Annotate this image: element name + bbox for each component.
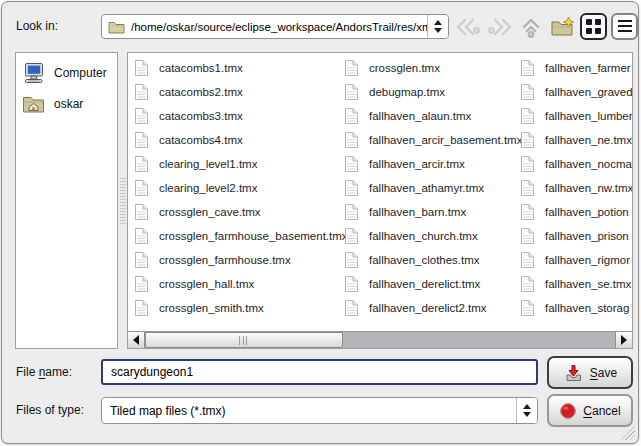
- file-icon: [344, 83, 359, 101]
- file-icon: [134, 155, 149, 173]
- file-item[interactable]: fallhaven_arcir.tmx: [344, 152, 520, 176]
- list-view-icon: [618, 20, 632, 33]
- file-item[interactable]: crossglen_smith.tmx: [134, 296, 342, 320]
- file-item[interactable]: debugmap.tmx: [344, 80, 520, 104]
- file-icon: [520, 299, 535, 317]
- file-item[interactable]: catacombs1.tmx: [134, 56, 342, 80]
- file-icon: [134, 83, 149, 101]
- file-icon: [520, 203, 535, 221]
- file-item[interactable]: fallhaven_derelict.tmx: [344, 272, 520, 296]
- file-item[interactable]: fallhaven_se.tmx: [520, 272, 633, 296]
- file-name-input[interactable]: [111, 365, 536, 379]
- look-in-label: Look in:: [16, 14, 58, 39]
- scrollbar-track[interactable]: [343, 332, 615, 348]
- file-name-label: crossglen_farmhouse.tmx: [159, 254, 291, 266]
- file-save-dialog: Look in: /home/oskar/source/eclipse_work…: [1, 1, 639, 444]
- look-in-combobox[interactable]: /home/oskar/source/eclipse_workspace/And…: [101, 14, 449, 39]
- look-in-path: /home/oskar/source/eclipse_workspace/And…: [131, 21, 427, 33]
- file-name-label-caption: File name:: [16, 359, 72, 385]
- scrollbar-thumb[interactable]: [145, 332, 343, 348]
- file-name-label: fallhaven_storag: [545, 302, 629, 314]
- scroll-right-icon: [621, 335, 627, 345]
- pane-splitter[interactable]: [118, 52, 127, 349]
- save-button[interactable]: Save: [547, 356, 633, 389]
- sidebar-item-label: Computer: [54, 66, 107, 80]
- file-item[interactable]: fallhaven_ne.tmx: [520, 128, 633, 152]
- file-icon: [344, 107, 359, 125]
- file-icon: [134, 203, 149, 221]
- file-type-value: Tiled map files (*.tmx): [110, 404, 516, 418]
- file-icon: [344, 59, 359, 77]
- file-item[interactable]: fallhaven_arcir_basement.tmx: [344, 128, 520, 152]
- file-icon: [134, 131, 149, 149]
- sidebar-item-oskar[interactable]: oskar: [16, 88, 117, 119]
- cancel-button[interactable]: Cancel: [547, 394, 633, 427]
- file-icon: [520, 155, 535, 173]
- file-name-label: fallhaven_ne.tmx: [545, 134, 632, 146]
- file-item[interactable]: fallhaven_lumber: [520, 104, 633, 128]
- file-item[interactable]: fallhaven_potion: [520, 200, 633, 224]
- new-folder-icon: [550, 16, 575, 38]
- save-button-label: Save: [590, 366, 617, 380]
- forward-button[interactable]: [485, 15, 514, 39]
- file-item[interactable]: crossglen_hall.tmx: [134, 272, 342, 296]
- sidebar-item-computer[interactable]: Computer: [16, 57, 117, 88]
- back-icon: [455, 16, 481, 38]
- file-name-label: fallhaven_church.tmx: [369, 230, 478, 242]
- file-icon: [344, 179, 359, 197]
- cancel-icon: [559, 402, 577, 420]
- file-item[interactable]: fallhaven_prison: [520, 224, 633, 248]
- file-name-label: catacombs4.tmx: [159, 134, 243, 146]
- file-icon: [520, 131, 535, 149]
- file-name-label: fallhaven_arcir.tmx: [369, 158, 465, 170]
- file-item[interactable]: catacombs2.tmx: [134, 80, 342, 104]
- back-button[interactable]: [453, 15, 482, 39]
- file-item[interactable]: fallhaven_storag: [520, 296, 633, 320]
- file-icon: [520, 275, 535, 293]
- file-item[interactable]: fallhaven_nocma: [520, 152, 633, 176]
- up-level-button[interactable]: [517, 14, 545, 40]
- file-item[interactable]: clearing_level2.tmx: [134, 176, 342, 200]
- file-name-label: fallhaven_derelict2.tmx: [369, 302, 487, 314]
- file-name-label: debugmap.tmx: [369, 86, 445, 98]
- file-item[interactable]: clearing_level1.tmx: [134, 152, 342, 176]
- scroll-right-button[interactable]: [615, 332, 632, 348]
- file-name-label: fallhaven_potion: [545, 206, 629, 218]
- grid-view-toggle[interactable]: [580, 13, 607, 40]
- sidebar-item-label: oskar: [54, 97, 83, 111]
- file-name-label: fallhaven_prison: [545, 230, 629, 242]
- file-item[interactable]: fallhaven_graved: [520, 80, 633, 104]
- file-item[interactable]: fallhaven_alaun.tmx: [344, 104, 520, 128]
- file-icon: [134, 59, 149, 77]
- file-type-combobox[interactable]: Tiled map files (*.tmx): [101, 397, 538, 424]
- file-item[interactable]: crossglen_farmhouse.tmx: [134, 248, 342, 272]
- file-item[interactable]: crossglen_farmhouse_basement.tmx: [134, 224, 342, 248]
- file-item[interactable]: fallhaven_nw.tmx: [520, 176, 633, 200]
- file-item[interactable]: crossglen.tmx: [344, 56, 520, 80]
- scroll-left-button[interactable]: [128, 332, 145, 348]
- save-icon: [563, 364, 584, 382]
- file-item[interactable]: fallhaven_clothes.tmx: [344, 248, 520, 272]
- file-name-label: crossglen_smith.tmx: [159, 302, 264, 314]
- file-item[interactable]: fallhaven_church.tmx: [344, 224, 520, 248]
- file-item[interactable]: catacombs4.tmx: [134, 128, 342, 152]
- file-name-label: clearing_level1.tmx: [159, 158, 257, 170]
- new-folder-button[interactable]: [549, 14, 576, 40]
- up-folder-icon: [519, 15, 543, 39]
- file-item[interactable]: fallhaven_athamyr.tmx: [344, 176, 520, 200]
- file-item[interactable]: crossglen_cave.tmx: [134, 200, 342, 224]
- file-item[interactable]: fallhaven_derelict2.tmx: [344, 296, 520, 320]
- file-item[interactable]: fallhaven_rigmor: [520, 248, 633, 272]
- file-item[interactable]: fallhaven_barn.tmx: [344, 200, 520, 224]
- file-icon: [344, 131, 359, 149]
- forward-icon: [487, 16, 513, 38]
- list-view-toggle[interactable]: [611, 13, 638, 40]
- file-name-label: crossglen_cave.tmx: [159, 206, 261, 218]
- file-name-label: catacombs2.tmx: [159, 86, 243, 98]
- computer-icon: [22, 62, 45, 84]
- file-icon: [344, 251, 359, 269]
- resize-grip[interactable]: [620, 425, 635, 440]
- file-item[interactable]: fallhaven_farmer: [520, 56, 633, 80]
- file-name-label: fallhaven_nw.tmx: [545, 182, 633, 194]
- file-item[interactable]: catacombs3.tmx: [134, 104, 342, 128]
